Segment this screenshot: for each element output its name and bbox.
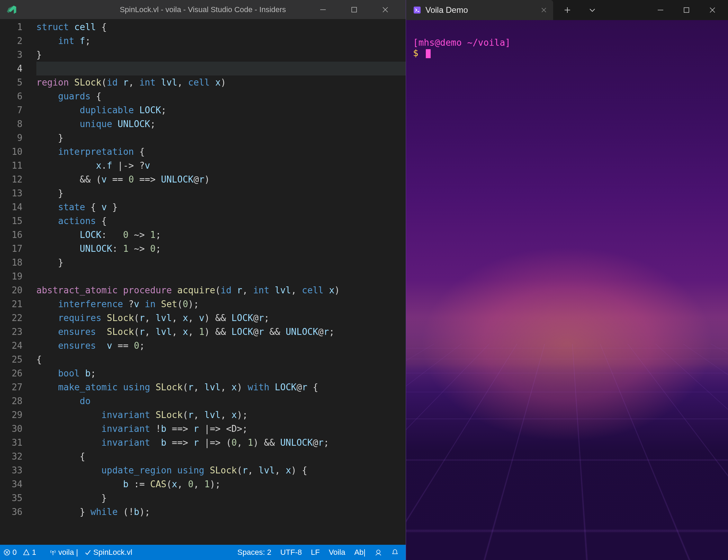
- code-line[interactable]: && (v == 0 ==> UNLOCK@r): [36, 172, 406, 186]
- status-warnings[interactable]: 1: [23, 548, 36, 557]
- code-token: [69, 77, 74, 88]
- close-tab-icon[interactable]: [541, 7, 547, 13]
- code-token: 0: [183, 299, 188, 309]
- code-line[interactable]: state { v }: [36, 200, 406, 214]
- code-line[interactable]: [36, 269, 406, 283]
- code-token: lvl: [155, 313, 172, 323]
- code-token: ,: [237, 437, 248, 448]
- line-number: 22: [0, 311, 23, 325]
- status-errors[interactable]: 0: [3, 548, 17, 557]
- code-token: id: [107, 77, 118, 88]
- code-line[interactable]: } while (!b);: [36, 505, 406, 519]
- code-line[interactable]: duplicable LOCK;: [36, 103, 406, 117]
- code-token: r: [199, 174, 205, 185]
- code-line[interactable]: [36, 62, 406, 75]
- line-number: 28: [0, 394, 23, 408]
- code-line[interactable]: struct cell {: [36, 20, 406, 34]
- code-line[interactable]: int f;: [36, 34, 406, 48]
- line-number: 35: [0, 491, 23, 505]
- bell-icon[interactable]: [391, 549, 399, 556]
- code-line[interactable]: b := CAS(x, 0, 1);: [36, 477, 406, 491]
- code-line[interactable]: }: [36, 131, 406, 145]
- terminal-titlebar[interactable]: Voila Demo: [406, 0, 728, 20]
- code-token: UNLOCK: [286, 327, 318, 337]
- code-line[interactable]: invariant SLock(r, lvl, x);: [36, 408, 406, 422]
- minimize-button[interactable]: [319, 6, 330, 14]
- code-line[interactable]: requires SLock(r, lvl, x, v) && LOCK@r;: [36, 311, 406, 325]
- code-line[interactable]: invariant !b ==> r |=> <D>;: [36, 422, 406, 436]
- code-token: 0: [123, 230, 128, 240]
- code-line[interactable]: ensures SLock(r, lvl, x, 1) && LOCK@r &&…: [36, 325, 406, 339]
- code-token: x: [232, 382, 237, 392]
- line-number: 16: [0, 228, 23, 242]
- terminal-tab-title: Voila Demo: [425, 5, 468, 15]
- status-spell[interactable]: Ab|: [354, 548, 366, 557]
- code-token: [36, 479, 123, 489]
- code-line[interactable]: }: [36, 256, 406, 269]
- code-token: (: [167, 479, 172, 489]
- radio-tower-icon: [50, 549, 56, 556]
- code-line[interactable]: update_region using SLock(r, lvl, x) {: [36, 463, 406, 477]
- term-minimize-button[interactable]: [657, 7, 664, 14]
- code-line[interactable]: }: [36, 186, 406, 200]
- code-line[interactable]: interpretation {: [36, 145, 406, 159]
- code-token: id: [221, 285, 231, 295]
- close-button[interactable]: [381, 6, 392, 14]
- code-token: CAS: [150, 479, 167, 489]
- code-line[interactable]: region SLock(id r, int lvl, cell x): [36, 75, 406, 89]
- code-content[interactable]: struct cell { int f;}region SLock(id r, …: [36, 19, 406, 545]
- line-number: 27: [0, 380, 23, 394]
- code-line[interactable]: }: [36, 491, 406, 505]
- vscode-titlebar[interactable]: SpinLock.vl - voila - Visual Studio Code…: [0, 0, 406, 19]
- terminal-tab[interactable]: Voila Demo: [406, 0, 553, 20]
- code-token: [36, 119, 80, 129]
- status-folder[interactable]: voila |: [50, 548, 78, 557]
- code-token: [36, 202, 58, 212]
- code-token: SLock: [74, 77, 101, 88]
- code-token: 0: [232, 437, 237, 448]
- code-token: ensures: [58, 327, 96, 337]
- code-line[interactable]: UNLOCK: 1 ~> 0;: [36, 242, 406, 256]
- code-token: ==>: [134, 174, 161, 185]
- status-encoding[interactable]: UTF-8: [280, 548, 302, 557]
- code-line[interactable]: ensures v == 0;: [36, 339, 406, 353]
- code-line[interactable]: LOCK: 0 ~> 1;: [36, 228, 406, 242]
- code-token: make_atomic: [58, 382, 118, 392]
- code-token: ,: [145, 327, 155, 337]
- code-line[interactable]: invariant b ==> r |=> (0, 1) && UNLOCK@r…: [36, 436, 406, 450]
- code-token: ,: [172, 313, 182, 323]
- code-line[interactable]: bool b;: [36, 366, 406, 380]
- code-line[interactable]: {: [36, 353, 406, 366]
- code-token: r: [237, 285, 242, 295]
- code-token: [101, 313, 107, 323]
- line-number: 14: [0, 200, 23, 214]
- maximize-button[interactable]: [350, 6, 361, 14]
- term-maximize-button[interactable]: [683, 7, 690, 14]
- chevron-down-icon[interactable]: [588, 6, 596, 14]
- code-token: lvl: [204, 410, 221, 420]
- status-eol[interactable]: LF: [311, 548, 320, 557]
- code-token: x: [183, 313, 188, 323]
- new-tab-icon[interactable]: [564, 6, 571, 14]
- code-token: 0: [150, 243, 156, 254]
- feedback-icon[interactable]: [375, 549, 382, 556]
- status-spaces[interactable]: Spaces: 2: [237, 548, 271, 557]
- term-close-button[interactable]: [709, 7, 716, 14]
- status-scm[interactable]: SpinLock.vl: [84, 548, 133, 557]
- code-line[interactable]: abstract_atomic procedure acquire(id r, …: [36, 283, 406, 297]
- code-line[interactable]: x.f |-> ?v: [36, 159, 406, 172]
- code-line[interactable]: guards {: [36, 89, 406, 103]
- code-token: cell: [74, 22, 96, 32]
- status-lang[interactable]: Voila: [329, 548, 345, 557]
- svg-rect-1: [352, 7, 357, 12]
- code-line[interactable]: make_atomic using SLock(r, lvl, x) with …: [36, 380, 406, 394]
- code-line[interactable]: do: [36, 394, 406, 408]
- code-line[interactable]: }: [36, 48, 406, 62]
- code-token: Set: [161, 299, 177, 309]
- terminal-content[interactable]: [mhs@demo ~/voila] $: [406, 20, 728, 560]
- code-line[interactable]: actions {: [36, 214, 406, 228]
- code-line[interactable]: unique UNLOCK;: [36, 117, 406, 131]
- code-line[interactable]: interference ?v in Set(0);: [36, 297, 406, 311]
- code-editor[interactable]: 1234567891011121314151617181920212223242…: [0, 19, 406, 545]
- code-line[interactable]: {: [36, 450, 406, 463]
